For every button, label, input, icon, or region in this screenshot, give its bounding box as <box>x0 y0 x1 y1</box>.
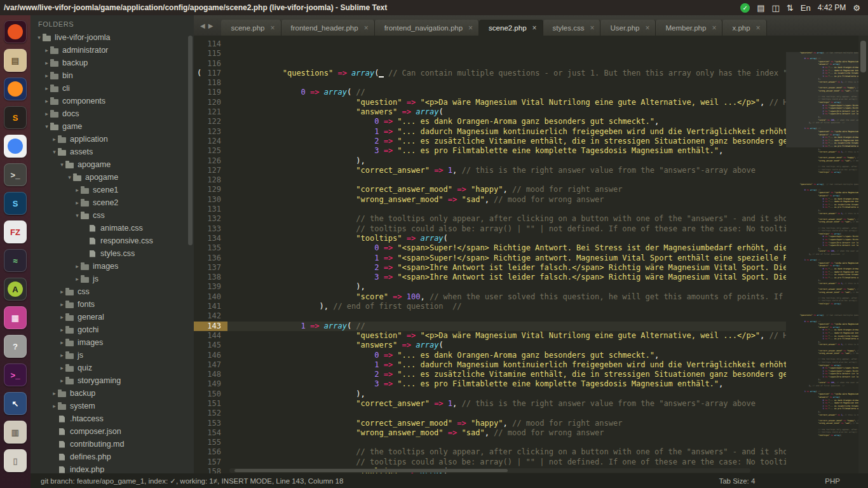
terminal-icon[interactable]: >_ <box>4 163 27 186</box>
file-icon <box>59 466 65 473</box>
updown-arrows-icon[interactable]: ⇅ <box>787 3 794 13</box>
tree-item-scene1[interactable]: ▸scene1 <box>31 184 194 196</box>
files-icon[interactable]: ▤ <box>4 49 27 72</box>
tab-scene-php[interactable]: scene.php× <box>221 20 281 36</box>
vertical-scrollbar[interactable] <box>858 36 868 473</box>
vertical-scroll-thumb[interactable] <box>860 41 866 72</box>
tree-item-label: bin <box>62 71 73 80</box>
tree-item-css[interactable]: ▾css <box>31 209 194 222</box>
tab-frontend-navigation-php[interactable]: frontend_navigation.php× <box>375 20 479 36</box>
tree-item-live-vifor-joomla[interactable]: ▾live-vifor-joomla <box>31 31 194 44</box>
tab-user-php[interactable]: User.php× <box>600 20 656 36</box>
tree-item-assets[interactable]: ▾assets <box>31 146 194 158</box>
tree-item-animate-css[interactable]: animate.css <box>31 222 194 234</box>
line-number: 135 <box>194 243 227 253</box>
chevron-right-icon: ▸ <box>43 85 50 92</box>
chevron-down-icon: ▾ <box>66 174 73 180</box>
tree-item-game[interactable]: ▾game <box>31 120 194 133</box>
tree-item-docs[interactable]: ▸docs <box>31 107 194 120</box>
tab-scroll-arrows[interactable]: ◀▶ <box>194 22 221 36</box>
pink-app-icon[interactable]: ▦ <box>4 306 27 329</box>
gear-icon[interactable]: ⚙ <box>853 3 860 13</box>
tree-item-bin[interactable]: ▸bin <box>31 69 194 82</box>
tab-close-icon[interactable]: × <box>590 24 594 32</box>
tree-item-backup[interactable]: ▸backup <box>31 387 194 400</box>
minimap-viewport[interactable] <box>786 52 858 147</box>
system-monitor-icon[interactable]: ≈ <box>4 249 27 272</box>
tab-x-php[interactable]: x.php× <box>722 20 766 36</box>
tree-item-gotchi[interactable]: ▸gotchi <box>31 323 194 336</box>
tree-item-defines-php[interactable]: defines.php <box>31 451 194 463</box>
tree-item-system[interactable]: ▸system <box>31 400 194 412</box>
folder-icon <box>58 150 66 156</box>
keyboard-layout-indicator[interactable]: En <box>801 3 811 13</box>
pointer-app-icon[interactable]: ↖ <box>4 392 27 415</box>
tree-item-images[interactable]: ▸images <box>31 260 194 273</box>
tab-member-php[interactable]: Member.php× <box>656 20 722 36</box>
minimap[interactable]: "questions" => array( // Can contain mul… <box>786 36 858 473</box>
tree-item-images[interactable]: ▸images <box>31 336 194 349</box>
tree-item-quiz[interactable]: ▸quiz <box>31 362 194 374</box>
sidebar: FOLDERS ▾live-vifor-joomla▸administrator… <box>31 15 194 473</box>
sidebar-scrollbar[interactable] <box>188 36 193 245</box>
tree-item-scene2[interactable]: ▸scene2 <box>31 196 194 209</box>
tree-item-general[interactable]: ▸general <box>31 311 194 323</box>
tree-item-administrator[interactable]: ▸administrator <box>31 44 194 57</box>
tab-close-icon[interactable]: × <box>756 24 761 32</box>
tree-item-js[interactable]: ▸js <box>31 349 194 362</box>
tab-frontend-header-php[interactable]: frontend_header.php× <box>281 20 375 36</box>
tree-item-backup[interactable]: ▸backup <box>31 57 194 69</box>
tab-close-icon[interactable]: × <box>468 24 473 32</box>
folder-icon <box>65 366 74 372</box>
sync-ok-icon[interactable]: ✓ <box>740 3 750 13</box>
tree-item-apogame[interactable]: ▾apogame <box>31 171 194 184</box>
android-studio-icon[interactable]: A <box>4 278 27 301</box>
tab-size-indicator[interactable]: Tab Size: 4 <box>719 477 755 485</box>
tree-item--htaccess[interactable]: .htaccess <box>31 412 194 425</box>
clipboard-icon[interactable]: ▤ <box>757 3 764 13</box>
archive-icon[interactable]: ▥ <box>4 421 27 444</box>
line-number: 119 <box>194 88 227 97</box>
chrome-icon[interactable] <box>4 135 27 158</box>
code-line <box>227 39 786 49</box>
tree-item-contributing-md[interactable]: contributing.md <box>31 438 194 451</box>
tree-item-label: quiz <box>78 363 92 372</box>
line-number: 144 <box>194 331 227 341</box>
firefox-icon[interactable] <box>4 78 27 100</box>
tab-scene2-php[interactable]: scene2.php× <box>479 20 543 36</box>
share-icon[interactable]: ◫ <box>772 3 780 13</box>
tab-styles-css[interactable]: styles.css× <box>543 20 601 36</box>
tree-item-styles-css[interactable]: styles.css <box>31 247 194 260</box>
sublime-blue-icon[interactable]: S <box>4 192 27 215</box>
code-line: "question" => "<p>Da wäre Magnesium Vita… <box>227 98 786 107</box>
chevron-down-icon: ▾ <box>36 34 43 41</box>
tree-item-css[interactable]: ▸css <box>31 285 194 298</box>
tree-item-index-php[interactable]: index.php <box>31 463 194 473</box>
trash-icon[interactable]: ▯ <box>4 449 27 472</box>
tab-close-icon[interactable]: × <box>532 24 537 32</box>
horizontal-scroll-thumb[interactable] <box>234 469 508 472</box>
syntax-indicator[interactable]: PHP <box>825 477 840 485</box>
code-area[interactable]: "questions" => array( // Can contain mul… <box>227 36 786 473</box>
purple-terminal-icon[interactable]: >_ <box>4 363 27 386</box>
ubuntu-dash-icon[interactable] <box>4 20 27 43</box>
tree-item-components[interactable]: ▸components <box>31 95 194 107</box>
tree-item-fonts[interactable]: ▸fonts <box>31 298 194 311</box>
tree-item-js[interactable]: ▸js <box>31 273 194 285</box>
sublime-text-icon[interactable]: S <box>4 106 27 129</box>
horizontal-scrollbar[interactable] <box>229 468 750 473</box>
help-icon[interactable]: ? <box>4 335 27 358</box>
tab-close-icon[interactable]: × <box>270 24 275 32</box>
clock[interactable]: 4:42 PM <box>818 3 846 12</box>
tab-close-icon[interactable]: × <box>712 24 716 32</box>
tree-item-application[interactable]: ▸application <box>31 133 194 146</box>
tree-item-cli[interactable]: ▸cli <box>31 82 194 95</box>
tree-item-responsive-css[interactable]: responsive.css <box>31 234 194 247</box>
minimap-line: "questions" => array( // Can contain mul… <box>786 183 858 186</box>
tab-close-icon[interactable]: × <box>645 24 649 32</box>
tree-item-apogame[interactable]: ▾apogame <box>31 158 194 171</box>
tree-item-storygaming[interactable]: ▸storygaming <box>31 374 194 387</box>
filezilla-icon[interactable]: FZ <box>4 220 27 243</box>
tree-item-composer-json[interactable]: composer.json <box>31 425 194 438</box>
tab-close-icon[interactable]: × <box>364 24 369 32</box>
